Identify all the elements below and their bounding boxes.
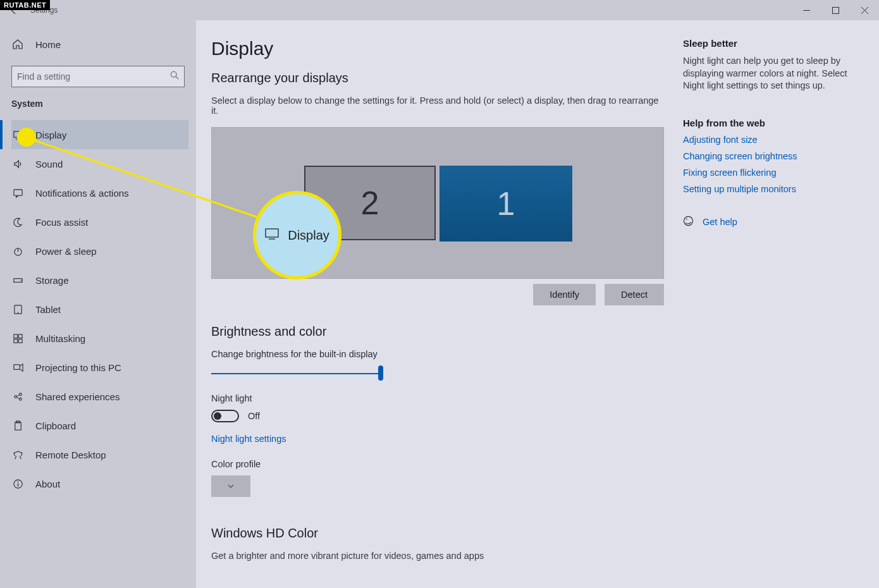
sidebar-item-projecting-to-this-pc[interactable]: Projecting to this PC [11,353,188,382]
rearrange-description: Select a display below to change the set… [211,95,664,116]
sidebar-item-label: Remote Desktop [35,450,106,460]
sidebar-item-label: Tablet [35,304,61,315]
sidebar-item-label: Power & sleep [35,246,97,257]
help-link[interactable]: Setting up multiple monitors [683,184,860,194]
settings-window: RUTAB.NET Settings Home System DisplaySo… [0,0,879,588]
brightness-slider[interactable] [211,365,383,381]
sidebar-item-label: Focus assist [35,217,88,228]
search-icon [170,71,179,82]
sidebar-item-label: Projecting to this PC [35,362,121,373]
sidebar-item-sound[interactable]: Sound [11,149,188,178]
search-input[interactable] [11,66,185,87]
brightness-label: Change brightness for the built-in displ… [211,349,664,359]
sidebar-item-display[interactable]: Display [11,120,188,149]
power-icon [11,246,24,257]
svg-rect-17 [13,339,17,343]
sidebar-item-label: Notifications & actions [35,188,129,199]
svg-point-21 [19,393,22,395]
help-icon [683,216,694,229]
svg-rect-25 [15,422,20,429]
svg-point-29 [17,481,18,482]
svg-rect-19 [13,364,19,369]
sidebar-item-label: Storage [35,275,69,286]
get-help-link[interactable]: Get help [703,217,737,227]
monitor-1[interactable]: 1 [440,166,572,242]
search-field[interactable] [17,71,165,82]
moon-icon [11,217,24,228]
project-icon [11,362,24,373]
display-arrange-box[interactable]: 2 1 [211,127,664,279]
svg-line-23 [16,395,19,396]
svg-point-12 [20,279,22,281]
remote-icon [11,450,24,460]
right-sidebar: Sleep better Night light can help you ge… [683,20,879,588]
sidebar-item-focus-assist[interactable]: Focus assist [11,207,188,236]
sidebar-item-remote-desktop[interactable]: Remote Desktop [11,440,188,469]
close-button[interactable] [850,0,879,20]
help-link[interactable]: Adjusting font size [683,135,860,145]
svg-point-20 [14,395,16,398]
storage-icon [11,275,24,286]
sidebar-item-label: Shared experiences [35,391,120,402]
sound-icon [11,159,24,169]
identify-button[interactable]: Identify [533,284,596,305]
sidebar-item-multitasking[interactable]: Multitasking [11,324,188,353]
sleep-better-heading: Sleep better [683,38,860,49]
svg-rect-15 [13,334,17,338]
colorprofile-dropdown[interactable] [211,475,250,497]
main-pane: Display Rearrange your displays Select a… [196,20,683,588]
minimize-button[interactable] [792,0,821,20]
sidebar-item-about[interactable]: About [11,469,188,498]
colorprofile-label: Color profile [211,459,664,469]
share-icon [11,391,24,402]
slider-thumb[interactable] [378,365,383,381]
content-area: Display Rearrange your displays Select a… [196,20,879,588]
nightlight-label: Night light [211,393,664,403]
hdcolor-heading: Windows HD Color [211,526,664,541]
get-help-row[interactable]: Get help [683,216,860,229]
sidebar-item-power-sleep[interactable]: Power & sleep [11,236,188,266]
svg-point-22 [19,398,22,400]
maximize-button[interactable] [821,0,850,20]
nightlight-toggle[interactable] [211,410,239,422]
svg-point-14 [17,312,18,313]
sidebar-item-label: About [35,479,60,489]
svg-point-4 [171,71,176,77]
info-icon [11,479,24,489]
home-icon [11,38,24,51]
help-web-heading: Help from the web [683,118,860,128]
svg-rect-16 [18,334,22,338]
svg-rect-8 [13,189,22,195]
sidebar-item-notifications-actions[interactable]: Notifications & actions [11,178,188,207]
sidebar-section-label: System [11,99,188,109]
nightlight-state: Off [248,411,260,421]
sidebar-item-label: Display [35,130,66,140]
sidebar-item-shared-experiences[interactable]: Shared experiences [11,382,188,411]
sidebar-item-label: Clipboard [35,420,76,431]
sidebar-item-clipboard[interactable]: Clipboard [11,411,188,440]
hdcolor-description: Get a brighter and more vibrant picture … [211,551,664,561]
monitor-2[interactable]: 2 [304,166,436,240]
svg-rect-1 [832,7,839,13]
home-label: Home [35,39,61,50]
sidebar-item-storage[interactable]: Storage [11,266,188,295]
sidebar-item-label: Multitasking [35,333,85,344]
help-link[interactable]: Changing screen brightness [683,151,860,161]
page-title: Display [211,38,664,59]
multitask-icon [11,333,24,344]
sleep-better-text: Night light can help you get to sleep by… [683,55,860,92]
svg-point-31 [686,218,687,219]
nightlight-settings-link[interactable]: Night light settings [211,434,664,444]
slider-track [211,373,383,374]
window-controls [792,0,879,20]
sidebar-item-home[interactable]: Home [11,32,188,57]
detect-button[interactable]: Detect [605,284,664,305]
chat-icon [11,188,24,199]
svg-line-5 [176,77,178,79]
clipboard-icon [11,420,24,431]
sidebar-item-tablet[interactable]: Tablet [11,295,188,324]
brightness-heading: Brightness and color [211,324,664,339]
help-link[interactable]: Fixing screen flickering [683,168,860,178]
titlebar: Settings [0,0,879,20]
svg-rect-6 [13,131,22,137]
